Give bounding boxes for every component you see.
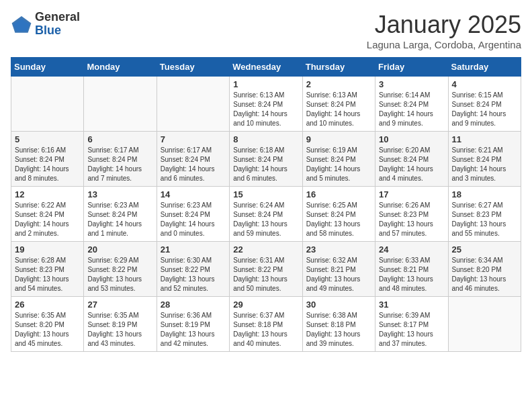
day-info: Sunrise: 6:13 AM Sunset: 8:24 PM Dayligh… [306, 91, 371, 128]
calendar-table: SundayMondayTuesdayWednesdayThursdayFrid… [11, 57, 521, 352]
calendar-cell: 25Sunrise: 6:34 AM Sunset: 8:20 PM Dayli… [448, 242, 521, 297]
calendar-cell: 20Sunrise: 6:29 AM Sunset: 8:22 PM Dayli… [84, 242, 157, 297]
day-info: Sunrise: 6:34 AM Sunset: 8:20 PM Dayligh… [452, 256, 517, 293]
calendar-cell: 2Sunrise: 6:13 AM Sunset: 8:24 PM Daylig… [302, 77, 375, 132]
calendar-cell: 6Sunrise: 6:17 AM Sunset: 8:24 PM Daylig… [84, 132, 157, 187]
day-number: 2 [306, 79, 371, 89]
calendar-cell [11, 77, 84, 132]
logo-general-text: General [35, 11, 80, 24]
weekday-header-wednesday: Wednesday [230, 58, 302, 77]
logo-icon [11, 13, 32, 35]
day-number: 18 [452, 189, 517, 199]
weekday-header-friday: Friday [375, 58, 448, 77]
calendar-cell: 19Sunrise: 6:28 AM Sunset: 8:23 PM Dayli… [11, 242, 84, 297]
day-number: 16 [306, 189, 371, 199]
calendar-cell: 27Sunrise: 6:35 AM Sunset: 8:19 PM Dayli… [84, 297, 157, 352]
day-number: 17 [379, 189, 444, 199]
calendar-cell: 12Sunrise: 6:22 AM Sunset: 8:24 PM Dayli… [11, 187, 84, 242]
calendar-cell: 8Sunrise: 6:18 AM Sunset: 8:24 PM Daylig… [230, 132, 302, 187]
calendar-cell: 17Sunrise: 6:26 AM Sunset: 8:23 PM Dayli… [375, 187, 448, 242]
day-info: Sunrise: 6:23 AM Sunset: 8:24 PM Dayligh… [161, 201, 226, 238]
day-number: 20 [87, 244, 152, 255]
calendar-cell [448, 297, 521, 352]
calendar-cell: 26Sunrise: 6:35 AM Sunset: 8:20 PM Dayli… [11, 297, 84, 352]
calendar-cell: 10Sunrise: 6:20 AM Sunset: 8:24 PM Dayli… [375, 132, 448, 187]
day-info: Sunrise: 6:23 AM Sunset: 8:24 PM Dayligh… [87, 201, 152, 238]
day-number: 10 [379, 134, 444, 144]
logo-blue-text: Blue [35, 24, 80, 38]
calendar-title: January 2025 [367, 11, 521, 39]
day-info: Sunrise: 6:27 AM Sunset: 8:23 PM Dayligh… [452, 201, 517, 238]
day-number: 6 [87, 134, 152, 144]
day-info: Sunrise: 6:25 AM Sunset: 8:24 PM Dayligh… [306, 201, 371, 238]
day-info: Sunrise: 6:30 AM Sunset: 8:22 PM Dayligh… [161, 256, 226, 293]
calendar-cell: 30Sunrise: 6:38 AM Sunset: 8:18 PM Dayli… [302, 297, 375, 352]
day-info: Sunrise: 6:31 AM Sunset: 8:22 PM Dayligh… [233, 256, 298, 293]
day-info: Sunrise: 6:33 AM Sunset: 8:21 PM Dayligh… [379, 256, 444, 293]
title-area: January 2025 Laguna Larga, Cordoba, Arge… [367, 11, 521, 50]
calendar-cell: 22Sunrise: 6:31 AM Sunset: 8:22 PM Dayli… [230, 242, 302, 297]
weekday-header-tuesday: Tuesday [157, 58, 229, 77]
calendar-cell: 1Sunrise: 6:13 AM Sunset: 8:24 PM Daylig… [230, 77, 302, 132]
day-number: 22 [233, 244, 298, 255]
day-info: Sunrise: 6:17 AM Sunset: 8:24 PM Dayligh… [87, 146, 152, 183]
day-number: 26 [15, 300, 80, 310]
header: General Blue January 2025 Laguna Larga, … [11, 11, 521, 50]
day-number: 4 [452, 79, 517, 89]
day-info: Sunrise: 6:20 AM Sunset: 8:24 PM Dayligh… [379, 146, 444, 183]
logo-text: General Blue [35, 11, 80, 38]
day-info: Sunrise: 6:39 AM Sunset: 8:17 PM Dayligh… [379, 311, 444, 349]
day-number: 13 [87, 189, 152, 199]
weekday-header-sunday: Sunday [11, 58, 84, 77]
calendar-cell: 14Sunrise: 6:23 AM Sunset: 8:24 PM Dayli… [157, 187, 229, 242]
day-number: 25 [452, 244, 517, 255]
calendar-cell: 23Sunrise: 6:32 AM Sunset: 8:21 PM Dayli… [302, 242, 375, 297]
day-info: Sunrise: 6:26 AM Sunset: 8:23 PM Dayligh… [379, 201, 444, 238]
day-number: 8 [233, 134, 298, 144]
day-info: Sunrise: 6:37 AM Sunset: 8:18 PM Dayligh… [233, 311, 298, 349]
day-number: 19 [15, 244, 80, 255]
day-info: Sunrise: 6:13 AM Sunset: 8:24 PM Dayligh… [233, 91, 298, 128]
day-number: 30 [306, 300, 371, 310]
day-info: Sunrise: 6:17 AM Sunset: 8:24 PM Dayligh… [161, 146, 226, 183]
calendar-cell: 16Sunrise: 6:25 AM Sunset: 8:24 PM Dayli… [302, 187, 375, 242]
day-number: 7 [161, 134, 226, 144]
day-number: 24 [379, 244, 444, 255]
calendar-cell: 9Sunrise: 6:19 AM Sunset: 8:24 PM Daylig… [302, 132, 375, 187]
day-info: Sunrise: 6:21 AM Sunset: 8:24 PM Dayligh… [452, 146, 517, 183]
day-info: Sunrise: 6:28 AM Sunset: 8:23 PM Dayligh… [15, 256, 80, 293]
day-info: Sunrise: 6:35 AM Sunset: 8:19 PM Dayligh… [87, 311, 152, 349]
day-info: Sunrise: 6:38 AM Sunset: 8:18 PM Dayligh… [306, 311, 371, 349]
calendar-cell: 4Sunrise: 6:15 AM Sunset: 8:24 PM Daylig… [448, 77, 521, 132]
day-number: 28 [161, 300, 226, 310]
day-info: Sunrise: 6:36 AM Sunset: 8:19 PM Dayligh… [161, 311, 226, 349]
calendar-cell: 13Sunrise: 6:23 AM Sunset: 8:24 PM Dayli… [84, 187, 157, 242]
day-info: Sunrise: 6:29 AM Sunset: 8:22 PM Dayligh… [87, 256, 152, 293]
day-number: 14 [161, 189, 226, 199]
calendar-cell: 5Sunrise: 6:16 AM Sunset: 8:24 PM Daylig… [11, 132, 84, 187]
day-info: Sunrise: 6:35 AM Sunset: 8:20 PM Dayligh… [15, 311, 80, 349]
day-info: Sunrise: 6:14 AM Sunset: 8:24 PM Dayligh… [379, 91, 444, 128]
week-row-4: 19Sunrise: 6:28 AM Sunset: 8:23 PM Dayli… [11, 242, 521, 297]
day-info: Sunrise: 6:32 AM Sunset: 8:21 PM Dayligh… [306, 256, 371, 293]
day-number: 12 [15, 189, 80, 199]
day-info: Sunrise: 6:18 AM Sunset: 8:24 PM Dayligh… [233, 146, 298, 183]
day-info: Sunrise: 6:15 AM Sunset: 8:24 PM Dayligh… [452, 91, 517, 128]
calendar-cell: 3Sunrise: 6:14 AM Sunset: 8:24 PM Daylig… [375, 77, 448, 132]
calendar-cell: 28Sunrise: 6:36 AM Sunset: 8:19 PM Dayli… [157, 297, 229, 352]
weekday-header-monday: Monday [84, 58, 157, 77]
week-row-3: 12Sunrise: 6:22 AM Sunset: 8:24 PM Dayli… [11, 187, 521, 242]
weekday-header-saturday: Saturday [448, 58, 521, 77]
day-number: 29 [233, 300, 298, 310]
calendar-subtitle: Laguna Larga, Cordoba, Argentina [367, 39, 521, 50]
calendar-cell: 15Sunrise: 6:24 AM Sunset: 8:24 PM Dayli… [230, 187, 302, 242]
calendar-cell: 31Sunrise: 6:39 AM Sunset: 8:17 PM Dayli… [375, 297, 448, 352]
calendar-cell: 29Sunrise: 6:37 AM Sunset: 8:18 PM Dayli… [230, 297, 302, 352]
day-info: Sunrise: 6:24 AM Sunset: 8:24 PM Dayligh… [233, 201, 298, 238]
day-number: 23 [306, 244, 371, 255]
week-row-1: 1Sunrise: 6:13 AM Sunset: 8:24 PM Daylig… [11, 77, 521, 132]
day-number: 27 [87, 300, 152, 310]
weekday-header-row: SundayMondayTuesdayWednesdayThursdayFrid… [11, 58, 521, 77]
calendar-cell: 11Sunrise: 6:21 AM Sunset: 8:24 PM Dayli… [448, 132, 521, 187]
day-info: Sunrise: 6:16 AM Sunset: 8:24 PM Dayligh… [15, 146, 80, 183]
